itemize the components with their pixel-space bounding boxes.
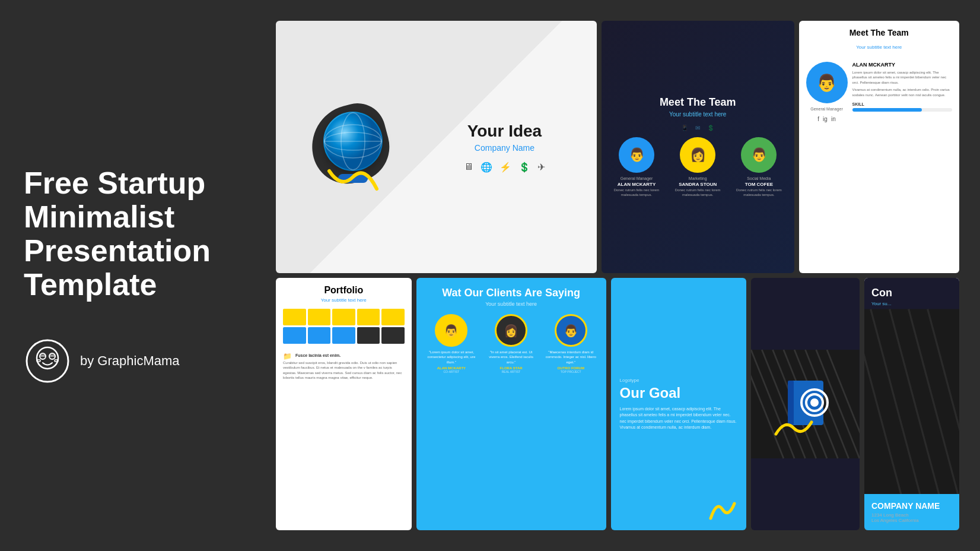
our-goal-text: Lorem ipsum dolor sit amet, casacp adipi… bbox=[620, 406, 738, 431]
client-3: 👨 "Maecenas interdum diam id commodo. In… bbox=[545, 314, 597, 373]
slide-book[interactable] bbox=[751, 278, 860, 530]
slide-our-goal[interactable]: Logotype Our Goal Lorem ipsum dolor sit … bbox=[611, 278, 747, 530]
mascot-icon bbox=[24, 337, 71, 385]
globe-icon: 🌐 bbox=[481, 162, 492, 173]
cell-6 bbox=[283, 327, 306, 344]
tom-role: Social Media bbox=[747, 176, 771, 180]
facebook-icon: f bbox=[817, 116, 819, 122]
idea-title: Your Idea bbox=[427, 122, 582, 141]
sandra-desc: Donec rutrum felis nec lorem malesuada t… bbox=[672, 188, 724, 198]
client-avatar-2: 👩 bbox=[495, 314, 527, 347]
sandra-name: SANDRA STOUN bbox=[679, 182, 717, 187]
pulse-icon: ⚡ bbox=[499, 162, 511, 173]
globe-section bbox=[285, 112, 421, 183]
portfolio-title: Portfolio bbox=[283, 285, 405, 296]
cell-7 bbox=[308, 327, 331, 344]
portfolio-grid bbox=[283, 309, 405, 344]
meet-team-dark-title: Meet The Team bbox=[660, 96, 736, 109]
social-icons: f ig in bbox=[817, 116, 835, 122]
instagram-icon: ig bbox=[823, 116, 828, 122]
team-member-2: 👩 Marketing SANDRA STOUN Donec rutrum fe… bbox=[672, 137, 724, 198]
mascot-area: by GraphicMama bbox=[24, 337, 261, 385]
cell-10 bbox=[381, 327, 405, 344]
svg-point-0 bbox=[27, 340, 68, 382]
logotype: Logotype bbox=[620, 378, 738, 383]
slide-portfolio[interactable]: Portfolio Your subtitle text here bbox=[276, 278, 412, 530]
alan-desc: Donec rutrum felis nec lorem malesuada t… bbox=[610, 188, 663, 198]
white-member-name: ALAN MCKARTY bbox=[852, 62, 952, 68]
folder-icon: 📁 bbox=[283, 352, 292, 360]
slide-meet-team-white[interactable]: Meet The Team Your subtitle text here 👨 … bbox=[799, 21, 959, 273]
clients-members: 👨 "Lorem ipsum dolor sit amet, consectet… bbox=[425, 314, 597, 373]
client-avatar-1: 👨 bbox=[435, 314, 467, 347]
meet-team-dark-subtitle: Your subtitle text here bbox=[669, 111, 726, 118]
portfolio-subtitle: Your subtitle text here bbox=[283, 297, 405, 303]
client-role-3: TOP PROJECT bbox=[561, 370, 581, 373]
cell-8 bbox=[332, 327, 355, 344]
con-title: Con bbox=[871, 287, 959, 299]
portfolio-footer: 📁 Fusce lacinia est enim. bbox=[283, 352, 405, 360]
team-member-3: 👨 Social Media TOM COFEE Donec rutrum fe… bbox=[733, 137, 785, 198]
alan-role: General Manager bbox=[621, 176, 653, 180]
avatar-sandra: 👩 bbox=[680, 137, 715, 173]
address-line1: 1234 Long Beach bbox=[871, 512, 952, 518]
contact-footer: COMPANY NAME 1234 Long Beach Los Angeles… bbox=[864, 494, 959, 530]
left-panel: Free Startup Minimalist Presentation Tem… bbox=[24, 21, 261, 530]
con-subtitle: Your su... bbox=[871, 301, 959, 306]
svg-rect-4 bbox=[40, 354, 45, 357]
svg-rect-5 bbox=[50, 354, 55, 357]
monitor-icon: 🖥 bbox=[464, 162, 473, 173]
meet-team-white-title: Meet The Team bbox=[806, 28, 952, 37]
company-name: COMPANY NAME bbox=[871, 501, 952, 511]
linkedin-icon: in bbox=[831, 116, 836, 122]
white-member-bio: Lorem ipsum dolor sit amet, casacp adipi… bbox=[852, 70, 952, 85]
client-1: 👨 "Lorem ipsum dolor sit amet, consectet… bbox=[425, 314, 478, 373]
cell-4 bbox=[357, 309, 380, 325]
client-2: 👩 "In sit amet placerat est. Ut viverra … bbox=[485, 314, 537, 373]
cell-2 bbox=[308, 309, 331, 325]
bottom-row: Portfolio Your subtitle text here bbox=[276, 278, 959, 530]
dollar-icon: 💲 bbox=[518, 162, 530, 173]
white-general-manager: General Manager bbox=[810, 107, 842, 111]
client-quote-2: "In sit amet placerat est. Ut viverra er… bbox=[485, 350, 537, 365]
avatar-tom: 👨 bbox=[741, 137, 777, 173]
skill-fill bbox=[852, 108, 922, 112]
skill-label: SKILL bbox=[852, 102, 952, 106]
svg-point-27 bbox=[810, 398, 819, 407]
avatar-alan: 👨 bbox=[619, 137, 654, 173]
slide-contact[interactable]: Con Your su... COMPANY NAME 1234 Long Be… bbox=[864, 278, 959, 530]
slide-your-idea[interactable]: Your Idea Company Name 🖥 🌐 ⚡ 💲 ✈ bbox=[276, 21, 597, 273]
top-row: Your Idea Company Name 🖥 🌐 ⚡ 💲 ✈ bbox=[276, 21, 959, 273]
sandra-role: Marketing bbox=[689, 176, 707, 180]
portfolio-desc: Fusce lacinia est enim. bbox=[295, 353, 341, 357]
our-goal-title: Our Goal bbox=[620, 385, 738, 401]
client-role-1: CO-ARTIST bbox=[443, 370, 459, 373]
meet-team-white-sub: Your subtitle text here bbox=[806, 45, 952, 50]
cell-5 bbox=[381, 309, 405, 325]
client-quote-3: "Maecenas interdum diam id commodo. Inte… bbox=[545, 350, 597, 365]
contact-top: Con Your su... bbox=[871, 287, 959, 312]
white-team-avatar-section: 👨 General Manager f ig in bbox=[806, 62, 848, 266]
tom-desc: Donec rutrum felis nec lorem malesuada t… bbox=[733, 188, 785, 198]
right-top-col: Meet The Team Your subtitle text here 👨 … bbox=[799, 21, 959, 273]
client-quote-1: "Lorem ipsum dolor sit amet, consectetur… bbox=[425, 350, 478, 365]
skill-bar bbox=[852, 108, 952, 112]
cell-1 bbox=[283, 309, 306, 325]
client-role-2: REAL ARTIST bbox=[502, 370, 521, 373]
portfolio-text: Curabitur sed suscipit eros, blandit gra… bbox=[283, 360, 405, 381]
slide-meet-team-dark[interactable]: Meet The Team Your subtitle text here 📱 … bbox=[602, 21, 794, 273]
clients-subtitle: Your subtitle text here bbox=[485, 301, 537, 307]
cell-9 bbox=[357, 327, 380, 344]
white-team-avatar: 👨 bbox=[806, 62, 848, 103]
team-members-dark: 👨 General Manager ALAN MCKARTY Donec rut… bbox=[610, 137, 785, 198]
client-avatar-3: 👨 bbox=[555, 314, 587, 347]
author-text: by GraphicMama bbox=[80, 353, 180, 369]
team-member-1: 👨 General Manager ALAN MCKARTY Donec rut… bbox=[610, 137, 663, 198]
page-title: Free Startup Minimalist Presentation Tem… bbox=[24, 166, 261, 302]
cell-3 bbox=[332, 309, 355, 325]
clients-title: Wat Our Clients Are Saying bbox=[442, 287, 580, 299]
alan-name: ALAN MCKARTY bbox=[618, 182, 656, 187]
idea-text-section: Your Idea Company Name 🖥 🌐 ⚡ 💲 ✈ bbox=[421, 116, 588, 179]
white-member-bio2: Vivamus at condimentum nulla, ac interdu… bbox=[852, 87, 952, 97]
slide-clients[interactable]: Wat Our Clients Are Saying Your subtitle… bbox=[416, 278, 606, 530]
